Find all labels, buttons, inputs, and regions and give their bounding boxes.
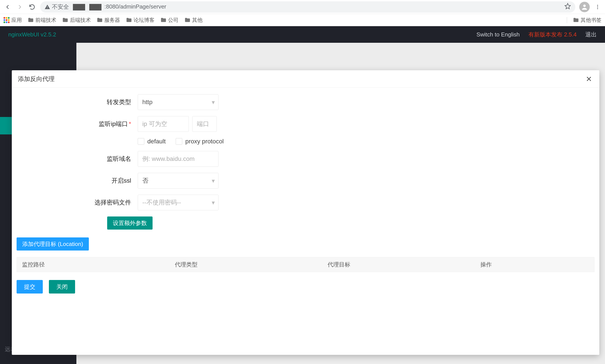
apps-grid-icon [3, 17, 10, 23]
bookmark-folder[interactable]: 公司 [160, 17, 179, 24]
submit-button[interactable]: 提交 [17, 280, 43, 294]
svg-point-0 [583, 4, 586, 7]
col-type: 代理类型 [170, 257, 322, 272]
password-file-select[interactable]: --不使用密码-- ▾ [138, 195, 219, 210]
forward-type-select[interactable]: http ▾ [138, 94, 219, 110]
new-version-banner[interactable]: 有新版本发布 2.5.4 [528, 31, 577, 39]
chevron-down-icon: ▾ [212, 177, 215, 184]
modal-header: 添加反向代理 ✕ [12, 70, 599, 88]
extra-params-button[interactable]: 设置额外参数 [107, 217, 153, 230]
url-text: :8080/adminPage/server [72, 3, 166, 10]
svg-point-1 [597, 5, 598, 6]
url-mask [89, 4, 102, 11]
profile-avatar-icon[interactable] [579, 2, 590, 12]
col-path: 监控路径 [17, 257, 170, 272]
col-target: 代理目标 [322, 257, 475, 272]
proxy-protocol-checkbox[interactable]: proxy protocol [176, 138, 224, 145]
enable-ssl-select[interactable]: 否 ▾ [138, 173, 219, 189]
label-forward-type: 转发类型 [17, 98, 138, 106]
other-bookmarks[interactable]: 其他书签 [573, 17, 602, 24]
modal-body: 转发类型 http ▾ 监听ip端口* default [12, 88, 599, 355]
default-checkbox[interactable]: default [138, 138, 166, 145]
label-pwd-file: 选择密码文件 [17, 198, 138, 207]
add-reverse-proxy-modal: 添加反向代理 ✕ 转发类型 http ▾ 监听ip端口* [12, 70, 599, 355]
modal-footer: 提交 关闭 [17, 280, 594, 294]
table-header: 监控路径 代理类型 代理目标 操作 [17, 257, 594, 272]
logout-link[interactable]: 退出 [585, 31, 597, 39]
add-location-button[interactable]: 添加代理目标 (Location) [17, 237, 89, 250]
brand: nginxWebUI v2.5.2 [8, 31, 56, 38]
app-header: nginxWebUI v2.5.2 Switch to English 有新版本… [0, 26, 605, 43]
label-listen-ip-port: 监听ip端口* [17, 120, 138, 128]
forward-type-value: http [142, 99, 153, 106]
browser-toolbar: 不安全 :8080/adminPage/server [0, 0, 605, 14]
url-mask [73, 4, 85, 11]
address-bar[interactable]: 不安全 :8080/adminPage/server [40, 1, 575, 13]
reload-icon[interactable] [28, 3, 36, 11]
app-shell: nginxWebUI v2.5.2 Switch to English 有新版本… [0, 26, 605, 364]
insecure-label: 不安全 [52, 3, 69, 11]
bookmark-folder[interactable]: 服务器 [96, 17, 120, 24]
listen-port-input[interactable] [192, 116, 217, 132]
apps-launcher[interactable]: 应用 [3, 17, 22, 24]
location-table: 监控路径 代理类型 代理目标 操作 [17, 257, 594, 272]
insecure-badge: 不安全 [45, 3, 69, 11]
forward-icon [16, 3, 24, 11]
bookmark-folder[interactable]: 后端技术 [62, 17, 91, 24]
label-listen-domain: 监听域名 [17, 155, 138, 163]
close-button[interactable]: 关闭 [49, 280, 75, 294]
chevron-down-icon: ▾ [212, 199, 215, 206]
kebab-menu-icon[interactable] [594, 3, 602, 11]
label-enable-ssl: 开启ssl [17, 177, 138, 185]
apps-label: 应用 [11, 17, 22, 24]
listen-ip-input[interactable] [138, 116, 189, 132]
col-ops: 操作 [475, 257, 594, 272]
back-icon[interactable] [3, 3, 12, 11]
bookmark-folder[interactable]: 其他 [184, 17, 203, 24]
svg-point-3 [597, 8, 598, 9]
divider [567, 17, 567, 23]
bookmark-folder[interactable]: 论坛博客 [126, 17, 154, 24]
switch-language-link[interactable]: Switch to English [476, 31, 520, 38]
chevron-down-icon: ▾ [212, 99, 215, 106]
bookmarks-bar: 应用 前端技术 后端技术 服务器 论坛博客 公司 其他 其他书签 [0, 14, 605, 26]
listen-domain-input[interactable] [138, 151, 219, 167]
password-file-value: --不使用密码-- [142, 198, 181, 207]
enable-ssl-value: 否 [142, 177, 148, 185]
bookmark-folder[interactable]: 前端技术 [27, 17, 56, 24]
close-icon[interactable]: ✕ [584, 75, 593, 83]
modal-title: 添加反向代理 [18, 75, 54, 83]
svg-point-2 [597, 6, 598, 7]
bookmark-star-icon[interactable] [564, 3, 571, 11]
